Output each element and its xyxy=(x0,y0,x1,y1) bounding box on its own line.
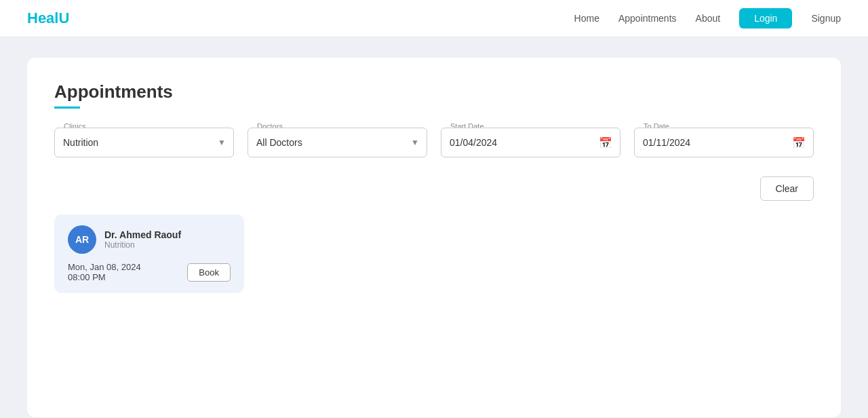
clinics-filter: Clinics Nutrition Cardiology Dermatology… xyxy=(54,128,234,157)
doctor-name: Dr. Ahmed Raouf xyxy=(104,229,181,240)
navbar-links: Home Appointments About Login Signup xyxy=(574,8,841,28)
appointment-date: Mon, Jan 08, 2024 xyxy=(68,262,141,272)
logo[interactable]: HealU xyxy=(27,10,69,27)
nav-appointments[interactable]: Appointments xyxy=(618,13,677,24)
doctor-specialty: Nutrition xyxy=(104,240,181,250)
book-button[interactable]: Book xyxy=(187,263,231,282)
doctors-select[interactable]: All Doctors Dr. Ahmed Raouf xyxy=(248,128,427,157)
logo-text-heal: Heal xyxy=(27,10,58,26)
nav-about[interactable]: About xyxy=(696,13,721,24)
nav-home[interactable]: Home xyxy=(574,13,599,24)
start-date-wrapper: 📅 xyxy=(441,128,620,157)
signup-button[interactable]: Signup xyxy=(811,13,841,24)
doctor-details: Dr. Ahmed Raouf Nutrition xyxy=(104,229,181,250)
appointment-card: AR Dr. Ahmed Raouf Nutrition Mon, Jan 08… xyxy=(54,214,244,293)
start-date-input[interactable] xyxy=(441,128,620,157)
main-container: Appointments Clinics Nutrition Cardiolog… xyxy=(0,37,868,418)
start-date-filter: Start Date 📅 xyxy=(441,128,620,157)
appointment-time: 08:00 PM xyxy=(68,272,141,282)
title-underline xyxy=(54,107,80,109)
login-button[interactable]: Login xyxy=(739,8,792,28)
clinics-select-wrapper: Nutrition Cardiology Dermatology ▼ xyxy=(54,128,234,157)
appointment-datetime: Mon, Jan 08, 2024 08:00 PM xyxy=(68,262,141,282)
doctors-select-wrapper: All Doctors Dr. Ahmed Raouf ▼ xyxy=(248,128,427,157)
avatar: AR xyxy=(68,225,96,254)
navbar: HealU Home Appointments About Login Sign… xyxy=(0,0,868,37)
clinics-select[interactable]: Nutrition Cardiology Dermatology xyxy=(54,128,234,157)
to-date-input[interactable] xyxy=(634,128,814,157)
logo-highlight: U xyxy=(58,10,69,26)
filter-row: Clinics Nutrition Cardiology Dermatology… xyxy=(54,128,814,157)
clear-row: Clear xyxy=(54,176,814,201)
clear-button[interactable]: Clear xyxy=(760,176,814,201)
doctors-filter: Doctors All Doctors Dr. Ahmed Raouf ▼ xyxy=(248,128,427,157)
appointment-footer: Mon, Jan 08, 2024 08:00 PM Book xyxy=(68,262,231,282)
page-title: Appointments xyxy=(54,81,814,102)
doctor-info: AR Dr. Ahmed Raouf Nutrition xyxy=(68,225,231,254)
to-date-filter: To Date 📅 xyxy=(634,128,814,157)
to-date-wrapper: 📅 xyxy=(634,128,814,157)
main-card: Appointments Clinics Nutrition Cardiolog… xyxy=(27,58,841,417)
